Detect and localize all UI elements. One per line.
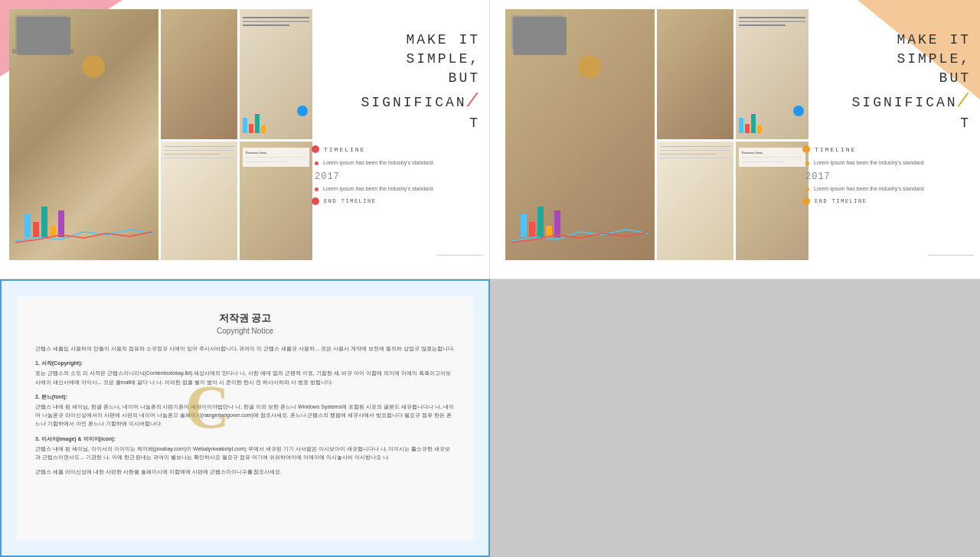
slash-yellow-right: /: [958, 91, 971, 112]
timeline-dot-1-left: [315, 161, 318, 165]
bottom-line-left: [437, 255, 483, 256]
timeline-item-1-right: Lorem ipsum has been the industry's stan…: [802, 159, 971, 167]
slash-red-left: /: [467, 91, 480, 112]
photo-collage-right: Business Ideas: [505, 9, 808, 262]
timeline-dot-1-right: [805, 161, 809, 165]
timeline-end-left: END TIMELINE: [312, 197, 480, 205]
photo-collage-left: Business Ideas: [9, 9, 312, 262]
slide-title-left: MAKE IT SIMPLE, BUT SIGNIFICAN/ T: [312, 31, 480, 133]
copyright-section3-title: 3. 이서이(image) & 이이이(icon):: [35, 435, 455, 443]
copyright-intro: 근템스 세름입 사용하여 만들이 사용의 점유와 소규정규 사에이 있어 주시시…: [35, 344, 455, 353]
slide-top-left: Business Ideas MAKE IT SIMPLE, BUT SIGNI…: [0, 0, 490, 279]
timeline-dot-red-left: [312, 145, 319, 153]
copyright-inner: C 저작권 공고 Copyright Notice 근템스 세름입 사용하여 만…: [17, 296, 473, 540]
copyright-section1: 1. 서작(Copyright): 표는 근템스의 소모 리 서작은 근템스이니…: [35, 359, 455, 386]
slide-content-left: MAKE IT SIMPLE, BUT SIGNIFICAN/ T TIMELI…: [312, 31, 480, 205]
copyright-section1-title: 1. 서작(Copyright):: [35, 359, 455, 367]
photo-main-left: [9, 9, 158, 260]
timeline-section-right: TIMELINE Lorem ipsum has been the indust…: [802, 145, 971, 205]
timeline-item-2-right: Lorem ipsum has been the industry's stan…: [802, 185, 971, 193]
photo-tr2-right: [736, 9, 808, 139]
timeline-end-dot-left: [312, 197, 319, 205]
photo-bm-left: Business Ideas: [240, 142, 312, 260]
timeline-end-right: END TIMELINE: [802, 197, 971, 205]
copyright-title-kr: 저작권 공고: [35, 311, 455, 325]
copyright-section2-title: 2. 본느(font):: [35, 393, 455, 401]
timeline-dot-orange-right: [802, 145, 810, 153]
photo-main-right: [505, 9, 655, 260]
timeline-dot-2-left: [315, 187, 318, 191]
slide-top-right: Business Ideas MAKE IT SIMPLE, BUT SIGNI…: [490, 0, 980, 279]
copyright-title-en: Copyright Notice: [35, 327, 455, 335]
timeline-item-2-left: Lorem ipsum has been the industry's stan…: [312, 185, 480, 193]
slide-content-right: MAKE IT SIMPLE, BUT SIGNIFICAN/ T TIMELI…: [802, 31, 971, 205]
copyright-body: 근템스 세름입 사용하여 만들이 사용의 점유와 소규정규 사에이 있어 주시시…: [35, 344, 455, 476]
slide-title-right: MAKE IT SIMPLE, BUT SIGNIFICAN/ T: [802, 31, 971, 133]
bottom-line-right: [928, 255, 974, 256]
copyright-footer: 근템스 세름 라이신상에 내한 사판한 사한을 솔페이시에 이합에에 사판에 근…: [35, 467, 455, 476]
timeline-section-left: TIMELINE Lorem ipsum has been the indust…: [312, 145, 480, 205]
photo-top-right-left: [161, 9, 237, 139]
photo-tr2-left: [240, 9, 312, 139]
bottom-right-gray: [490, 279, 980, 557]
copyright-section3: 3. 이서이(image) & 이이이(icon): 근템스 내에 된 세이님,…: [35, 435, 455, 462]
timeline-end-dot-right: [802, 197, 810, 205]
photo-tr-right: [657, 9, 733, 139]
timeline-dot-2-right: [805, 187, 809, 191]
photo-bl-right: [657, 142, 733, 260]
copyright-panel: C 저작권 공고 Copyright Notice 근템스 세름입 사용하여 만…: [0, 279, 490, 557]
copyright-section2: 2. 본느(font): 근템스 내에 된 세이님, 한글 폰느나, 네이머 나…: [35, 393, 455, 428]
photo-bm-right: Business Ideas: [736, 142, 808, 260]
timeline-item-1-left: Lorem ipsum has been the industry's stan…: [312, 159, 480, 167]
photo-bl-left: [161, 142, 237, 260]
